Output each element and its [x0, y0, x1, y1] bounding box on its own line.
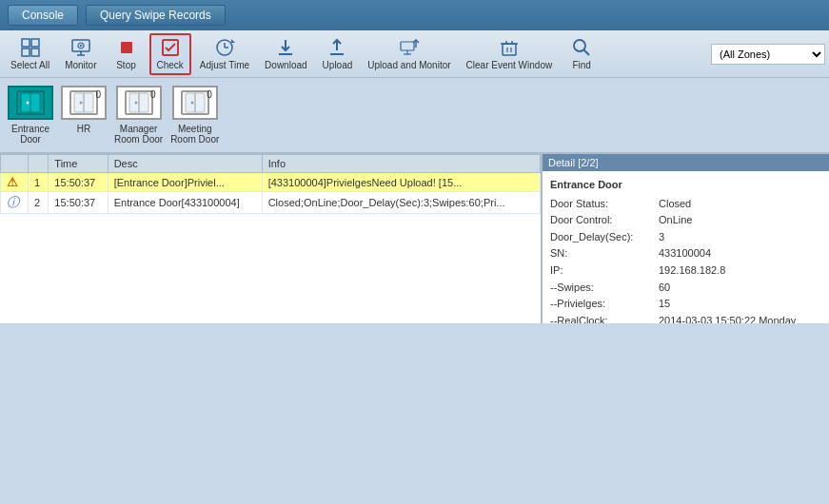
tool-clear-event[interactable]: Clear Event Window: [460, 33, 560, 75]
detail-row: Door Status:Closed: [550, 196, 821, 213]
event-table-row[interactable]: ⓘ215:50:37Entrance Door[433100004]Closed…: [1, 192, 541, 214]
door-item-meeting-room-door[interactable]: 0Meeting Room Door: [170, 86, 219, 145]
console-button[interactable]: Console: [8, 5, 78, 26]
svg-rect-19: [401, 42, 414, 50]
tool-upload-monitor[interactable]: Upload and Monitor: [361, 33, 457, 75]
event-row-desc: [Entrance Door]Priviel...: [108, 173, 262, 192]
event-row-num: 2: [29, 192, 49, 214]
event-table-th: Info: [262, 155, 540, 173]
select-all-label: Select All: [10, 60, 49, 70]
svg-rect-9: [121, 42, 132, 53]
event-row-icon: ⓘ: [1, 192, 29, 214]
svg-marker-8: [80, 45, 83, 48]
tool-adjust-time[interactable]: Adjust Time: [193, 33, 256, 75]
detail-row-key: Door Control:: [550, 212, 655, 229]
event-table-container[interactable]: TimeDescInfo ⚠115:50:37[Entrance Door]Pr…: [0, 154, 543, 323]
event-table-th: Time: [49, 155, 108, 173]
bottom-section: TimeDescInfo ⚠115:50:37[Entrance Door]Pr…: [0, 152, 829, 323]
detail-row: --Privielges:15: [550, 296, 821, 313]
event-row-time: 15:50:37: [49, 173, 108, 192]
svg-rect-1: [31, 39, 39, 47]
door-count-manager-room-door: 0: [150, 89, 156, 100]
download-icon: [275, 37, 296, 58]
svg-point-42: [134, 102, 137, 105]
event-table-row[interactable]: ⚠115:50:37[Entrance Door]Priviel...[4331…: [1, 173, 541, 192]
download-label: Download: [265, 60, 306, 70]
adjust-time-icon: [214, 37, 235, 58]
adjust-time-label: Adjust Time: [200, 60, 249, 70]
stop-icon: [116, 37, 137, 58]
query-swipe-button[interactable]: Query Swipe Records: [86, 5, 226, 26]
tool-find[interactable]: Find: [561, 33, 602, 75]
door-label-entrance-door: Entrance Door: [11, 124, 49, 145]
detail-row-val: Closed: [659, 196, 691, 213]
tool-select-all[interactable]: Select All: [4, 33, 56, 75]
detail-row-val: 2014-03-03 15:50:22 Monday: [659, 313, 796, 323]
detail-row-val: 60: [659, 280, 670, 297]
check-icon: [160, 37, 181, 58]
detail-row-key: --Privielges:: [550, 296, 655, 313]
event-row-num: 1: [29, 173, 49, 192]
upload-icon: [326, 37, 347, 58]
event-table: TimeDescInfo ⚠115:50:37[Entrance Door]Pr…: [0, 154, 541, 214]
tool-stop[interactable]: Stop: [106, 33, 148, 75]
detail-row: Door_Delay(Sec):3: [550, 229, 821, 246]
door-icon-manager-room-door: 0: [116, 86, 162, 120]
event-row-info: [433100004]PrivielgesNeed Upload! [15...: [262, 173, 540, 192]
door-label-meeting-room-door: Meeting Room Door: [170, 124, 219, 145]
warning-icon: ⚠: [7, 175, 18, 189]
zone-select[interactable]: (All Zones)Zone 1Zone 2: [711, 44, 825, 65]
door-item-entrance-door[interactable]: Entrance Door: [8, 86, 53, 145]
detail-row-key: --RealClock:: [550, 313, 655, 323]
tool-upload[interactable]: Upload: [316, 33, 360, 75]
zone-select-container: (All Zones)Zone 1Zone 2: [711, 44, 825, 65]
toolbar: Select AllMonitorStopCheckAdjust TimeDow…: [0, 30, 829, 78]
monitor-label: Monitor: [65, 60, 96, 70]
door-icon-meeting-room-door: 0: [172, 86, 218, 120]
monitor-icon: [70, 37, 91, 58]
svg-point-29: [574, 40, 585, 51]
detail-row-val: 192.168.182.8: [659, 262, 725, 280]
info-icon: ⓘ: [7, 195, 19, 209]
door-icon-entrance-door: [8, 86, 53, 120]
detail-row-val: 15: [659, 296, 670, 313]
event-row-desc: Entrance Door[433100004]: [108, 192, 262, 214]
door-item-manager-room-door[interactable]: 0Manager Room Door: [114, 86, 163, 145]
detail-row-key: SN:: [550, 245, 655, 262]
event-table-th: [29, 155, 49, 173]
detail-panel: Detail [2/2] Entrance Door Door Status:C…: [543, 154, 829, 323]
detail-row-key: --Swipes:: [550, 280, 655, 297]
svg-line-30: [584, 50, 590, 56]
svg-point-38: [80, 102, 83, 105]
upload-monitor-icon: [399, 37, 420, 58]
upload-label: Upload: [323, 60, 353, 70]
event-row-info: Closed;OnLine;Door_Delay(Sec):3;Swipes:6…: [262, 192, 540, 214]
detail-door-name: Entrance Door: [550, 177, 821, 194]
door-item-hr[interactable]: 0HR: [61, 86, 107, 145]
door-count-hr: 0: [95, 89, 101, 100]
event-row-time: 15:50:37: [49, 192, 108, 214]
detail-row-val: OnLine: [659, 212, 692, 229]
tool-check[interactable]: Check: [149, 33, 191, 75]
detail-row-key: IP:: [550, 262, 655, 280]
detail-row: SN:433100004: [550, 245, 821, 262]
select-all-icon: [20, 37, 41, 58]
clear-event-icon: [499, 37, 520, 58]
detail-row: Door Control:OnLine: [550, 212, 821, 229]
door-grid: Entrance Door 0HR 0Manager Room Door 0Me…: [0, 78, 829, 152]
detail-row-key: Door_Delay(Sec):: [550, 229, 655, 246]
svg-rect-23: [503, 44, 516, 55]
check-label: Check: [157, 60, 184, 70]
event-table-th: Desc: [108, 155, 262, 173]
upload-monitor-label: Upload and Monitor: [367, 60, 450, 70]
detail-row: --Swipes:60: [550, 280, 821, 297]
detail-row: --RealClock:2014-03-03 15:50:22 Monday: [550, 313, 821, 323]
door-count-meeting-room-door: 0: [207, 89, 212, 100]
door-label-hr: HR: [77, 124, 90, 134]
tool-monitor[interactable]: Monitor: [58, 33, 103, 75]
detail-row: IP:192.168.182.8: [550, 262, 821, 280]
tool-download[interactable]: Download: [258, 33, 313, 75]
event-table-th: [1, 155, 29, 173]
event-row-icon: ⚠: [1, 173, 29, 192]
svg-rect-2: [22, 48, 30, 56]
